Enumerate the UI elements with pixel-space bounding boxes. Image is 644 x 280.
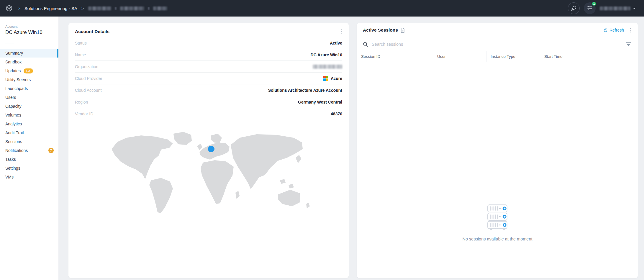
sidebar-item-launchpads[interactable]: Launchpads xyxy=(0,84,58,93)
top-navigation-bar: > Solutions Engineering - SA > 1 xyxy=(0,0,644,17)
detail-row-organization: Organization xyxy=(75,61,342,73)
sidebar-item-utility-servers[interactable]: Utility Servers xyxy=(0,75,58,84)
sidebar-account-name: DC Azure Win10 xyxy=(5,30,58,35)
sidebar-item-badge: EA xyxy=(24,68,33,73)
sidebar-item-tasks[interactable]: Tasks xyxy=(0,155,58,164)
sidebar-item-label: Capacity xyxy=(5,104,21,109)
breadcrumb-mini-separator xyxy=(115,7,117,10)
sidebar-item-label: Utility Servers xyxy=(5,77,31,82)
sidebar-item-volumes[interactable]: Volumes xyxy=(0,111,58,119)
detail-row-region: RegionGermany West Central xyxy=(75,96,342,108)
refresh-button[interactable]: Refresh xyxy=(603,28,624,32)
sidebar-item-settings[interactable]: Settings xyxy=(0,164,58,173)
detail-row-vendor-id: Vendor ID48376 xyxy=(75,108,342,120)
sidebar-item-label: Settings xyxy=(5,166,20,171)
sidebar-item-badge: 7 xyxy=(48,148,54,153)
detail-row-cloud-account: Cloud AccountSolutions Architecture Azur… xyxy=(75,84,342,96)
search-icon xyxy=(363,42,368,47)
breadcrumb-redacted-segment[interactable] xyxy=(88,6,111,10)
detail-row-value: Solutions Architecture Azure Account xyxy=(268,88,342,93)
sessions-table-header: Session IDUserInstance TypeStart Time xyxy=(357,51,638,62)
breadcrumb-redacted-segment[interactable] xyxy=(120,6,144,10)
breadcrumb-chevron-icon: > xyxy=(81,6,84,11)
sidebar-item-sandbox[interactable]: Sandbox xyxy=(0,58,58,66)
tasks-button[interactable]: 1 xyxy=(584,2,596,14)
detail-row-label: Region xyxy=(75,100,88,104)
sidebar-section-label: Account xyxy=(5,25,58,28)
sidebar-item-summary[interactable]: Summary xyxy=(0,49,58,58)
sidebar-item-label: VMs xyxy=(5,175,14,179)
sidebar: Account DC Azure Win10 SummarySandboxUpd… xyxy=(0,17,58,280)
breadcrumb-root-link[interactable]: Solutions Engineering - SA xyxy=(24,6,77,11)
account-details-title: Account Details xyxy=(75,29,109,34)
sessions-search-bar xyxy=(357,37,638,51)
detail-row-label: Name xyxy=(75,53,86,57)
sidebar-item-label: Launchpads xyxy=(5,86,28,91)
sidebar-item-users[interactable]: Users xyxy=(0,93,58,102)
refresh-icon xyxy=(603,28,608,32)
sidebar-item-label: Audit Trail xyxy=(5,130,24,135)
detail-row-label: Organization xyxy=(75,64,98,69)
empty-sessions-message: No sessions available at the moment xyxy=(357,237,638,241)
account-details-menu-button[interactable] xyxy=(340,28,343,35)
sidebar-item-label: Tasks xyxy=(5,157,16,162)
sidebar-divider xyxy=(5,43,14,43)
breadcrumb-chevron-icon: > xyxy=(18,6,20,11)
rocket-button[interactable] xyxy=(568,2,580,14)
document-icon[interactable] xyxy=(401,28,405,33)
filter-icon[interactable] xyxy=(625,41,632,47)
sidebar-item-label: Users xyxy=(5,95,16,100)
detail-row-cloud-provider: Cloud ProviderAzure xyxy=(75,73,342,84)
account-details-card: Account Details StatusActiveNameDC Azure… xyxy=(68,23,349,278)
breadcrumb: > Solutions Engineering - SA > xyxy=(5,4,568,13)
sidebar-item-updates[interactable]: UpdatesEA xyxy=(0,66,58,75)
sessions-empty-state: No sessions available at the moment xyxy=(357,204,638,241)
app-logo-cube-icon[interactable] xyxy=(5,4,14,13)
rocket-icon xyxy=(571,5,577,12)
checklist-icon xyxy=(587,5,593,11)
column-header-session-id[interactable]: Session ID xyxy=(357,51,433,62)
user-menu[interactable] xyxy=(600,6,636,10)
sidebar-item-label: Volumes xyxy=(5,113,21,117)
detail-row-name: NameDC Azure Win10 xyxy=(75,49,342,61)
detail-row-value: Active xyxy=(330,41,342,45)
refresh-label: Refresh xyxy=(609,28,624,32)
column-header-start-time[interactable]: Start Time xyxy=(540,51,638,62)
active-sessions-menu-button[interactable] xyxy=(629,27,632,34)
account-details-rows: StatusActiveNameDC Azure Win10Organizati… xyxy=(75,37,342,120)
detail-row-value xyxy=(313,65,342,69)
search-sessions-input[interactable] xyxy=(372,42,622,47)
breadcrumb-redacted-segment[interactable] xyxy=(153,6,167,10)
sidebar-item-label: Sandbox xyxy=(5,60,22,64)
region-location-dot xyxy=(208,146,214,152)
sidebar-item-sessions[interactable]: Sessions xyxy=(0,137,58,146)
detail-row-label: Vendor ID xyxy=(75,112,93,116)
detail-row-value: DC Azure Win10 xyxy=(311,53,342,57)
sidebar-item-capacity[interactable]: Capacity xyxy=(0,102,58,111)
detail-row-value: Germany West Central xyxy=(298,100,342,104)
sidebar-item-label: Summary xyxy=(5,51,23,55)
sidebar-item-label: Analytics xyxy=(5,122,22,126)
detail-row-value-redacted xyxy=(313,65,342,69)
detail-row-value: Azure xyxy=(323,76,342,81)
breadcrumb-redacted-segments[interactable] xyxy=(88,6,167,10)
servers-illustration-icon xyxy=(486,204,508,231)
active-sessions-card: Active Sessions Refresh Session IDUserIn… xyxy=(357,23,638,278)
chevron-down-icon xyxy=(633,8,636,9)
column-header-user[interactable]: User xyxy=(433,51,486,62)
detail-row-status: StatusActive xyxy=(75,37,342,49)
sidebar-nav: SummarySandboxUpdatesEAUtility ServersLa… xyxy=(0,49,58,181)
sidebar-item-audit-trail[interactable]: Audit Trail xyxy=(0,128,58,137)
sidebar-item-label: Sessions xyxy=(5,139,22,144)
detail-row-value: 48376 xyxy=(331,112,342,116)
sidebar-item-notifications[interactable]: Notifications7 xyxy=(0,146,58,155)
column-header-instance-type[interactable]: Instance Type xyxy=(486,51,540,62)
tasks-count-badge: 1 xyxy=(591,1,597,6)
active-sessions-title: Active Sessions xyxy=(363,27,398,33)
sidebar-item-label: Notifications xyxy=(5,148,28,153)
sidebar-item-analytics[interactable]: Analytics xyxy=(0,119,58,128)
sidebar-item-vms[interactable]: VMs xyxy=(0,173,58,181)
microsoft-logo-icon xyxy=(323,76,328,81)
detail-row-label: Cloud Provider xyxy=(75,76,102,81)
topbar-actions: 1 xyxy=(568,2,636,14)
